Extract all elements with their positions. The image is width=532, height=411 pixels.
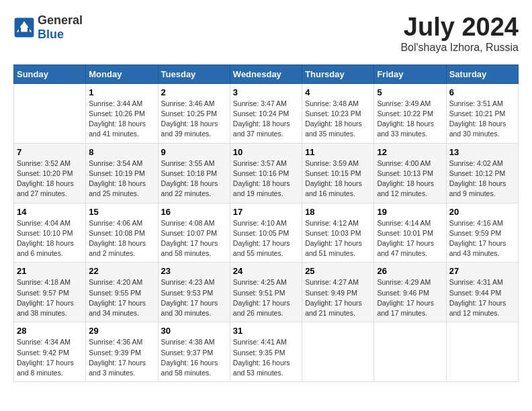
calendar-cell: 3Sunrise: 3:47 AM Sunset: 10:24 PM Dayli… [230, 83, 302, 143]
header-monday: Monday [86, 64, 158, 83]
cell-content: Sunrise: 3:48 AM Sunset: 10:23 PM Daylig… [305, 99, 371, 140]
calendar-cell: 12Sunrise: 4:00 AM Sunset: 10:13 PM Dayl… [374, 143, 446, 203]
logo-general-text: General [38, 13, 83, 27]
day-number: 13 [449, 147, 515, 157]
day-number: 18 [305, 207, 371, 217]
cell-content: Sunrise: 3:46 AM Sunset: 10:25 PM Daylig… [161, 99, 227, 140]
day-number: 3 [233, 87, 299, 97]
day-number: 20 [449, 207, 515, 217]
cell-content: Sunrise: 4:29 AM Sunset: 9:46 PM Dayligh… [377, 277, 443, 318]
cell-content: Sunrise: 4:38 AM Sunset: 9:37 PM Dayligh… [161, 337, 227, 378]
calendar-cell: 5Sunrise: 3:49 AM Sunset: 10:22 PM Dayli… [374, 83, 446, 143]
calendar-cell: 4Sunrise: 3:48 AM Sunset: 10:23 PM Dayli… [302, 83, 374, 143]
calendar-cell: 27Sunrise: 4:31 AM Sunset: 9:44 PM Dayli… [446, 263, 518, 322]
day-number: 26 [377, 266, 443, 276]
day-number: 21 [17, 266, 83, 276]
day-number: 24 [233, 266, 299, 276]
cell-content: Sunrise: 3:54 AM Sunset: 10:19 PM Daylig… [89, 158, 154, 199]
calendar-cell: 13Sunrise: 4:02 AM Sunset: 10:12 PM Dayl… [446, 143, 518, 203]
day-number: 29 [89, 326, 154, 336]
day-number: 5 [377, 87, 443, 97]
header-tuesday: Tuesday [158, 64, 230, 83]
cell-content: Sunrise: 3:52 AM Sunset: 10:20 PM Daylig… [17, 158, 83, 199]
calendar-cell: 2Sunrise: 3:46 AM Sunset: 10:25 PM Dayli… [158, 83, 230, 143]
day-number: 25 [305, 266, 371, 276]
cell-content: Sunrise: 4:36 AM Sunset: 9:39 PM Dayligh… [89, 337, 154, 378]
logo-blue-text: Blue [38, 28, 64, 41]
cell-content: Sunrise: 4:08 AM Sunset: 10:07 PM Daylig… [161, 218, 227, 259]
calendar-cell: 30Sunrise: 4:38 AM Sunset: 9:37 PM Dayli… [158, 322, 230, 382]
calendar-cell: 9Sunrise: 3:55 AM Sunset: 10:18 PM Dayli… [158, 143, 230, 203]
day-number: 11 [305, 147, 371, 157]
calendar-cell: 21Sunrise: 4:18 AM Sunset: 9:57 PM Dayli… [14, 263, 86, 322]
cell-content: Sunrise: 4:23 AM Sunset: 9:53 PM Dayligh… [161, 277, 227, 318]
calendar-cell: 11Sunrise: 3:59 AM Sunset: 10:15 PM Dayl… [302, 143, 374, 203]
calendar-cell [14, 83, 86, 143]
calendar-cell: 19Sunrise: 4:14 AM Sunset: 10:01 PM Dayl… [374, 203, 446, 263]
calendar-cell: 8Sunrise: 3:54 AM Sunset: 10:19 PM Dayli… [86, 143, 158, 203]
header-thursday: Thursday [302, 64, 374, 83]
calendar-cell [374, 322, 446, 382]
day-number: 27 [449, 266, 515, 276]
cell-content: Sunrise: 4:14 AM Sunset: 10:01 PM Daylig… [377, 218, 443, 259]
svg-rect-3 [21, 26, 28, 32]
location-text: Bol'shaya Izhora, Russia [400, 42, 519, 54]
calendar-cell: 6Sunrise: 3:51 AM Sunset: 10:21 PM Dayli… [446, 83, 518, 143]
day-number: 19 [377, 207, 443, 217]
cell-content: Sunrise: 3:55 AM Sunset: 10:18 PM Daylig… [161, 158, 227, 199]
calendar-cell: 16Sunrise: 4:08 AM Sunset: 10:07 PM Dayl… [158, 203, 230, 263]
day-number: 12 [377, 147, 443, 157]
calendar-header-row: SundayMondayTuesdayWednesdayThursdayFrid… [14, 64, 519, 83]
calendar-cell: 7Sunrise: 3:52 AM Sunset: 10:20 PM Dayli… [14, 143, 86, 203]
logo-icon [13, 17, 35, 38]
calendar-cell: 23Sunrise: 4:23 AM Sunset: 9:53 PM Dayli… [158, 263, 230, 322]
cell-content: Sunrise: 4:25 AM Sunset: 9:51 PM Dayligh… [233, 277, 299, 318]
day-number: 6 [449, 87, 515, 97]
cell-content: Sunrise: 3:59 AM Sunset: 10:15 PM Daylig… [305, 158, 371, 199]
cell-content: Sunrise: 4:20 AM Sunset: 9:55 PM Dayligh… [89, 277, 154, 318]
calendar-cell: 22Sunrise: 4:20 AM Sunset: 9:55 PM Dayli… [86, 263, 158, 322]
calendar-cell: 28Sunrise: 4:34 AM Sunset: 9:42 PM Dayli… [14, 322, 86, 382]
day-number: 10 [233, 147, 299, 157]
calendar-cell: 10Sunrise: 3:57 AM Sunset: 10:16 PM Dayl… [230, 143, 302, 203]
day-number: 4 [305, 87, 371, 97]
header-sunday: Sunday [14, 64, 86, 83]
cell-content: Sunrise: 4:02 AM Sunset: 10:12 PM Daylig… [449, 158, 515, 199]
month-year-title: July 2024 [400, 13, 519, 42]
page-header: General Blue July 2024 Bol'shaya Izhora,… [13, 13, 519, 54]
day-number: 31 [233, 326, 299, 336]
cell-content: Sunrise: 4:00 AM Sunset: 10:13 PM Daylig… [377, 158, 443, 199]
day-number: 28 [17, 326, 83, 336]
cell-content: Sunrise: 3:51 AM Sunset: 10:21 PM Daylig… [449, 99, 515, 140]
calendar-week-row: 28Sunrise: 4:34 AM Sunset: 9:42 PM Dayli… [14, 322, 519, 382]
cell-content: Sunrise: 3:44 AM Sunset: 10:26 PM Daylig… [89, 99, 154, 140]
calendar-cell: 17Sunrise: 4:10 AM Sunset: 10:05 PM Dayl… [230, 203, 302, 263]
cell-content: Sunrise: 4:27 AM Sunset: 9:49 PM Dayligh… [305, 277, 371, 318]
day-number: 23 [161, 266, 227, 276]
cell-content: Sunrise: 4:06 AM Sunset: 10:08 PM Daylig… [89, 218, 154, 259]
day-number: 2 [161, 87, 227, 97]
cell-content: Sunrise: 4:34 AM Sunset: 9:42 PM Dayligh… [17, 337, 83, 378]
calendar-cell: 18Sunrise: 4:12 AM Sunset: 10:03 PM Dayl… [302, 203, 374, 263]
day-number: 1 [89, 87, 154, 97]
calendar-cell: 1Sunrise: 3:44 AM Sunset: 10:26 PM Dayli… [86, 83, 158, 143]
day-number: 30 [161, 326, 227, 336]
calendar-cell: 24Sunrise: 4:25 AM Sunset: 9:51 PM Dayli… [230, 263, 302, 322]
calendar-cell: 14Sunrise: 4:04 AM Sunset: 10:10 PM Dayl… [14, 203, 86, 263]
calendar-week-row: 7Sunrise: 3:52 AM Sunset: 10:20 PM Dayli… [14, 143, 519, 203]
calendar-cell: 20Sunrise: 4:16 AM Sunset: 9:59 PM Dayli… [446, 203, 518, 263]
header-friday: Friday [374, 64, 446, 83]
cell-content: Sunrise: 3:47 AM Sunset: 10:24 PM Daylig… [233, 99, 299, 140]
calendar-cell: 15Sunrise: 4:06 AM Sunset: 10:08 PM Dayl… [86, 203, 158, 263]
cell-content: Sunrise: 4:18 AM Sunset: 9:57 PM Dayligh… [17, 277, 83, 318]
day-number: 8 [89, 147, 154, 157]
calendar-week-row: 14Sunrise: 4:04 AM Sunset: 10:10 PM Dayl… [14, 203, 519, 263]
cell-content: Sunrise: 4:31 AM Sunset: 9:44 PM Dayligh… [449, 277, 515, 318]
day-number: 16 [161, 207, 227, 217]
title-section: July 2024 Bol'shaya Izhora, Russia [400, 13, 519, 54]
calendar-cell: 31Sunrise: 4:41 AM Sunset: 9:35 PM Dayli… [230, 322, 302, 382]
cell-content: Sunrise: 4:16 AM Sunset: 9:59 PM Dayligh… [449, 218, 515, 259]
logo: General Blue [13, 13, 83, 42]
cell-content: Sunrise: 4:41 AM Sunset: 9:35 PM Dayligh… [233, 337, 299, 378]
day-number: 15 [89, 207, 154, 217]
